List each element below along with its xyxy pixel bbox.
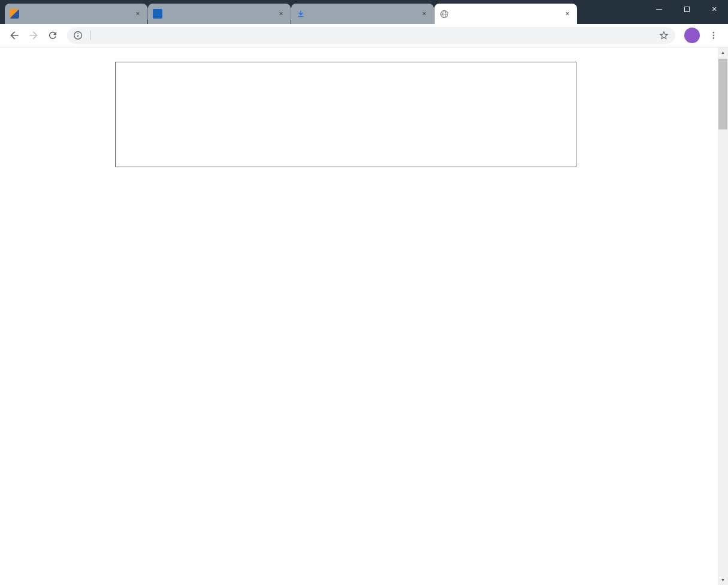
reload-icon [47,30,58,41]
forward-button[interactable] [25,27,42,44]
balance-chart [115,62,603,179]
back-icon [8,29,20,41]
maximize-button[interactable] [673,0,700,18]
chart-svg [116,62,576,167]
minimize-button[interactable] [645,0,673,18]
tab-strategy-tester[interactable]: ✕ [434,4,577,24]
vertical-scrollbar[interactable]: ▲ ▼ [718,47,728,585]
profile-avatar[interactable] [684,28,700,43]
close-button[interactable]: ✕ [700,0,728,18]
tab-close-icon[interactable]: ✕ [419,9,429,19]
kebab-menu-icon [709,31,718,40]
page-viewport: ▲ ▼ [0,47,728,585]
minimize-icon [656,9,662,10]
menu-button[interactable] [705,27,722,44]
scroll-up-button[interactable]: ▲ [718,47,728,58]
tab-downloads[interactable]: ✕ [291,4,434,24]
forward-icon [28,29,40,41]
bookmark-star-icon[interactable] [658,30,669,41]
downloads-favicon [296,9,306,19]
omnibox-divider [90,31,91,40]
chart-plot-area [115,62,576,167]
tab-strip: ✕ ✕ ✕ ✕ ✕ [0,0,728,24]
browser-window: ✕ ✕ ✕ ✕ ✕ [0,0,728,585]
strategy-report [115,47,603,179]
tab-close-icon[interactable]: ✕ [133,9,143,19]
chart-x-axis [115,169,576,177]
back-button[interactable] [6,27,23,44]
maximize-icon [684,7,690,12]
browser-toolbar [0,24,728,47]
tab-close-icon[interactable]: ✕ [276,9,286,19]
reload-button[interactable] [44,27,61,44]
window-controls: ✕ [645,0,728,18]
scroll-down-button[interactable]: ▼ [718,575,728,585]
tab-forexfactory[interactable]: ✕ [5,4,147,24]
xtrader-favicon [153,9,162,19]
tab-xtrader[interactable]: ✕ [148,4,291,24]
forexfactory-favicon [10,9,19,19]
scrollbar-thumb[interactable] [718,59,727,129]
globe-favicon [439,9,449,19]
tab-close-icon[interactable]: ✕ [563,9,572,19]
address-bar[interactable] [67,27,675,44]
new-tab-button[interactable] [581,5,598,22]
close-icon: ✕ [711,5,717,13]
info-icon[interactable] [73,31,83,40]
